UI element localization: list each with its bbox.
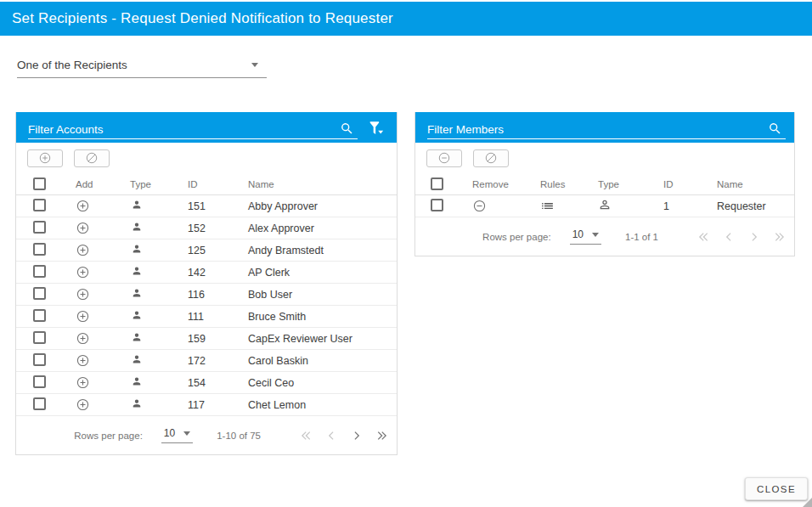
table-row: 111 Bruce Smith: [16, 306, 397, 328]
select-all-checkbox[interactable]: [431, 177, 443, 190]
row-id: 151: [188, 200, 248, 212]
add-row-button[interactable]: [76, 309, 90, 324]
next-page-button[interactable]: [746, 228, 762, 245]
last-page-button[interactable]: [374, 427, 390, 443]
chevron-down-icon: [183, 431, 190, 436]
column-header-type: Type: [130, 179, 188, 189]
row-checkbox[interactable]: [33, 221, 46, 234]
person-icon: [130, 308, 144, 322]
next-page-button[interactable]: [348, 427, 364, 443]
chevron-left-icon: [721, 229, 736, 245]
remove-circle-icon: [472, 199, 487, 213]
accounts-filter-field: [28, 116, 358, 139]
add-row-button[interactable]: [76, 287, 90, 301]
row-checkbox[interactable]: [33, 353, 46, 366]
members-toolbar: [415, 143, 794, 173]
row-checkbox[interactable]: [33, 375, 46, 388]
rules-button[interactable]: [540, 199, 555, 213]
row-checkbox[interactable]: [33, 265, 46, 278]
rows-per-page-label: Rows per page:: [482, 232, 551, 242]
table-row: 1 Requester: [415, 195, 794, 217]
rows-per-page-select[interactable]: 10: [161, 427, 193, 443]
row-checkbox[interactable]: [33, 243, 46, 256]
table-row: 151 Abby Approver: [16, 195, 397, 217]
remove-selected-button[interactable]: [426, 149, 462, 167]
row-checkbox[interactable]: [33, 331, 46, 344]
row-id: 172: [188, 355, 248, 367]
accounts-table-header: Add Type ID Name: [16, 173, 397, 195]
double-chevron-right-icon: [375, 428, 390, 443]
filter-members-input[interactable]: [427, 123, 763, 136]
add-row-button[interactable]: [76, 265, 90, 279]
table-row: 116 Bob User: [16, 284, 397, 306]
table-row: 154 Cecil Ceo: [16, 372, 397, 394]
first-page-button[interactable]: [297, 427, 313, 443]
row-id: 111: [188, 311, 248, 323]
table-row: 117 Chet Lemon: [16, 394, 397, 416]
filter-accounts-input[interactable]: [28, 123, 335, 136]
add-selected-button[interactable]: [27, 149, 63, 167]
row-name: Carol Baskin: [248, 355, 397, 367]
resize-grip[interactable]: [803, 498, 812, 507]
accounts-toolbar: [16, 143, 397, 173]
previous-page-button[interactable]: [323, 427, 339, 443]
add-circle-icon: [76, 309, 90, 324]
row-checkbox[interactable]: [33, 287, 46, 300]
clear-selection-button[interactable]: [473, 149, 509, 167]
previous-page-button[interactable]: [720, 228, 736, 245]
row-id: 117: [188, 399, 248, 411]
add-circle-icon: [76, 397, 90, 412]
row-checkbox[interactable]: [33, 199, 46, 211]
add-row-button[interactable]: [76, 397, 90, 412]
recipient-mode-select[interactable]: One of the Recipients: [17, 52, 267, 78]
dialog-titlebar: Set Recipients - Request Denied Notifica…: [0, 2, 812, 36]
person-icon: [130, 198, 144, 211]
rules-list-icon: [540, 199, 555, 213]
add-row-button[interactable]: [76, 331, 90, 346]
column-header-remove: Remove: [472, 179, 540, 189]
close-button[interactable]: CLOSE: [745, 477, 808, 500]
add-row-button[interactable]: [76, 221, 90, 235]
filter-icon[interactable]: [368, 119, 385, 136]
row-name: Bob User: [248, 289, 397, 301]
add-circle-icon: [76, 221, 90, 235]
row-id: 159: [188, 333, 248, 345]
row-checkbox[interactable]: [33, 309, 46, 322]
add-row-button[interactable]: [76, 375, 90, 390]
first-page-button[interactable]: [695, 228, 711, 245]
pagination-range: 1-10 of 75: [217, 431, 261, 441]
add-row-button[interactable]: [76, 353, 90, 368]
add-circle-icon: [76, 243, 90, 257]
table-row: 142 AP Clerk: [16, 262, 397, 284]
double-chevron-left-icon: [696, 229, 711, 245]
rows-per-page-value: 10: [164, 427, 175, 439]
remove-circle-icon: [437, 151, 451, 165]
double-chevron-right-icon: [772, 229, 787, 245]
dialog-title: Set Recipients - Request Denied Notifica…: [12, 10, 393, 27]
row-id: 152: [188, 223, 248, 234]
remove-row-button[interactable]: [472, 199, 487, 213]
row-name: CapEx Reviewer User: [248, 333, 397, 345]
table-row: 172 Carol Baskin: [16, 350, 397, 372]
rows-per-page-select[interactable]: 10: [570, 228, 601, 245]
clear-selection-button[interactable]: [74, 149, 110, 167]
recipient-mode-value: One of the Recipients: [17, 59, 127, 71]
row-name: Chet Lemon: [248, 399, 397, 411]
row-checkbox[interactable]: [33, 397, 46, 410]
last-page-button[interactable]: [771, 228, 787, 245]
select-all-checkbox[interactable]: [33, 177, 46, 190]
add-circle-icon: [76, 199, 90, 213]
members-panel: Remove Rules Type ID Name 1 Requester Ro…: [414, 112, 795, 256]
chevron-right-icon: [747, 229, 762, 245]
table-row: 159 CapEx Reviewer User: [16, 328, 397, 350]
add-row-button[interactable]: [76, 199, 90, 213]
person-outline-icon: [598, 198, 612, 211]
chevron-down-icon: [592, 233, 599, 237]
row-id: 1: [663, 200, 717, 212]
column-header-id: ID: [188, 179, 248, 189]
add-row-button[interactable]: [76, 243, 90, 257]
search-icon: [768, 121, 782, 136]
row-checkbox[interactable]: [431, 199, 443, 211]
members-pagination: Rows per page: 10 1-1 of 1: [415, 217, 794, 256]
members-filter-bar: [415, 112, 794, 143]
